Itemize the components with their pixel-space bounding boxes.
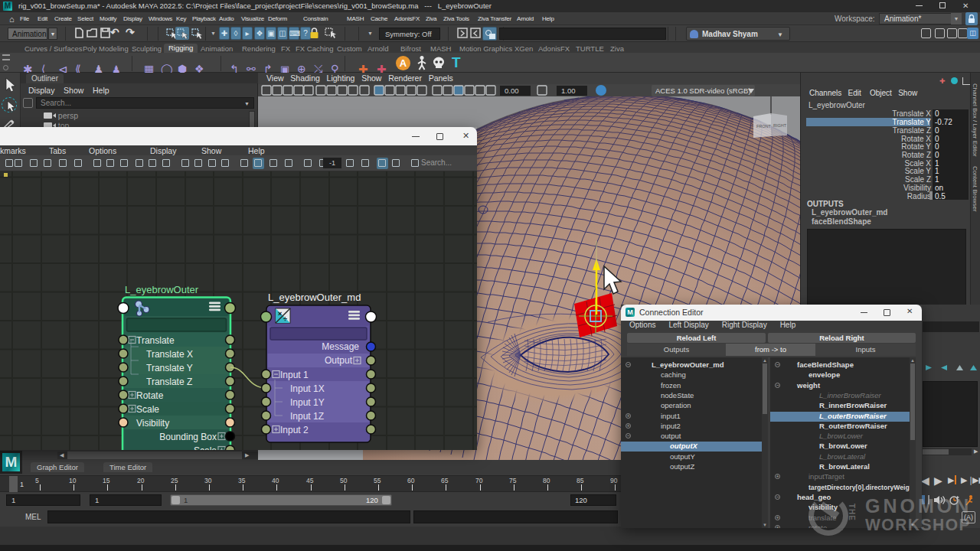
svg-text:ACES 1.0 SDR-video (sRGB): ACES 1.0 SDR-video (sRGB) bbox=[655, 86, 751, 95]
svg-text:L_eyebrowOuter: L_eyebrowOuter bbox=[125, 284, 199, 295]
svg-text:Input 1Z: Input 1Z bbox=[290, 411, 324, 422]
svg-text:Scale: Scale bbox=[194, 445, 217, 451]
svg-text:Translate X: Translate X bbox=[146, 349, 193, 360]
svg-text:RIGHT: RIGHT bbox=[773, 123, 787, 128]
svg-text:Input 2: Input 2 bbox=[280, 425, 309, 435]
svg-text:1.00: 1.00 bbox=[561, 86, 576, 95]
svg-text:×: × bbox=[278, 310, 282, 318]
svg-text:Input 1Y: Input 1Y bbox=[290, 397, 325, 408]
svg-text:Rotate: Rotate bbox=[136, 390, 164, 401]
svg-text:Bounding Box: Bounding Box bbox=[159, 432, 217, 442]
svg-text:Message: Message bbox=[322, 341, 359, 352]
svg-text:Translate Z: Translate Z bbox=[146, 377, 192, 387]
svg-text:L_eyebrowOuter_md: L_eyebrowOuter_md bbox=[268, 292, 361, 303]
svg-text:FRONT: FRONT bbox=[756, 124, 772, 129]
svg-text:Input 1: Input 1 bbox=[280, 370, 309, 380]
svg-text:Input 1X: Input 1X bbox=[290, 383, 325, 394]
svg-text:Scale: Scale bbox=[136, 404, 159, 415]
svg-text:View Shading Lighting Sh: View Shading Lighting Show Renderer Pane… bbox=[266, 73, 453, 83]
svg-text:0.00: 0.00 bbox=[505, 86, 519, 95]
svg-text:Visibility: Visibility bbox=[136, 418, 169, 429]
svg-text:÷: ÷ bbox=[283, 315, 287, 323]
svg-text:Translate Y: Translate Y bbox=[146, 363, 193, 373]
svg-text:Output: Output bbox=[325, 355, 353, 366]
svg-text:Translate: Translate bbox=[136, 335, 175, 346]
